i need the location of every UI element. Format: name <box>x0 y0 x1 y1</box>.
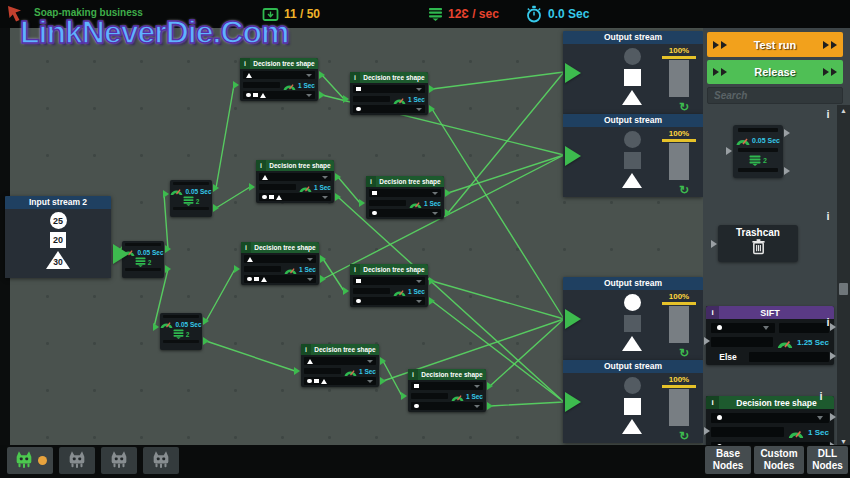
palette-timer-node[interactable]: 0.05 Sec 2 <box>733 125 783 178</box>
info-icon[interactable]: i <box>301 344 311 355</box>
filter-row-top[interactable] <box>353 277 425 285</box>
reset-icon[interactable]: ↻ <box>679 183 689 197</box>
base-nodes-tab[interactable]: Base Nodes <box>705 446 751 474</box>
filter-row-top[interactable] <box>259 173 331 181</box>
filter-row-top[interactable] <box>369 189 441 197</box>
info-icon[interactable]: i <box>822 316 834 328</box>
output-port-icon[interactable] <box>335 173 341 181</box>
output-stream-panel[interactable]: Output stream100%↻ <box>563 31 703 114</box>
output-port-icon[interactable] <box>429 105 435 113</box>
filter-row-top[interactable] <box>244 255 316 263</box>
filter-row-top[interactable] <box>353 85 425 93</box>
reset-icon[interactable]: ↻ <box>679 100 689 114</box>
timer-node[interactable]: 0.05 Sec2 <box>160 313 202 350</box>
output-stream-panel[interactable]: Output stream100%↻ <box>563 360 703 443</box>
output-port-icon[interactable] <box>319 91 325 99</box>
decision-node[interactable]: iDecision tree shape1 Sec <box>408 369 486 412</box>
input-port-icon[interactable] <box>704 427 710 435</box>
output-port-icon[interactable] <box>213 184 219 192</box>
input-port-icon[interactable] <box>343 95 349 103</box>
info-icon[interactable]: i <box>706 396 719 409</box>
output-port-icon[interactable] <box>784 167 790 175</box>
filter-row-bottom[interactable] <box>353 297 425 305</box>
output-stream-play-icon[interactable] <box>565 63 581 83</box>
decision-node[interactable]: iDecision tree shape1 Sec <box>350 264 428 307</box>
output-port-icon[interactable] <box>165 245 171 253</box>
input-port-icon[interactable] <box>234 265 240 273</box>
input-stream-panel[interactable]: Input stream 2 252030 <box>5 196 111 278</box>
info-icon[interactable]: i <box>366 176 376 187</box>
input-port-icon[interactable] <box>163 190 169 198</box>
palette-trashcan-node[interactable]: Trashcan <box>718 225 798 262</box>
output-port-icon[interactable] <box>335 193 341 201</box>
scroll-handle[interactable] <box>839 283 848 295</box>
input-port-icon[interactable] <box>704 337 710 345</box>
info-icon[interactable]: i <box>822 210 834 222</box>
timer-node[interactable]: 0.05 Sec2 <box>170 180 212 217</box>
decision-node[interactable]: iDecision tree shape1 Sec <box>256 160 334 203</box>
session-tab[interactable] <box>143 447 179 474</box>
input-port-icon[interactable] <box>359 199 365 207</box>
input-port-icon[interactable] <box>153 323 159 331</box>
output-port-icon[interactable] <box>429 297 435 305</box>
output-port-icon[interactable] <box>380 357 386 365</box>
output-port-icon[interactable] <box>203 317 209 325</box>
reset-icon[interactable]: ↻ <box>679 346 689 360</box>
release-button[interactable]: Release <box>707 60 843 84</box>
output-port-icon[interactable] <box>830 352 836 360</box>
session-tab[interactable] <box>101 447 137 474</box>
filter-row-bottom[interactable] <box>243 91 315 99</box>
filter-row-bottom[interactable] <box>304 377 376 385</box>
output-port-icon[interactable] <box>320 275 326 283</box>
output-port-icon[interactable] <box>445 209 451 217</box>
decision-node[interactable]: iDecision tree shape1 Sec <box>241 242 319 285</box>
filter-row-bottom[interactable] <box>259 193 331 201</box>
filter-row-top[interactable] <box>304 357 376 365</box>
info-icon[interactable]: i <box>240 58 250 69</box>
output-port-icon[interactable] <box>203 337 209 345</box>
back-arrow-icon[interactable] <box>5 3 27 25</box>
input-port-icon[interactable] <box>294 367 300 375</box>
filter-row-bottom[interactable] <box>369 209 441 217</box>
info-icon[interactable]: i <box>822 108 834 120</box>
decision-node[interactable]: iDecision tree shape1 Sec <box>301 344 379 387</box>
output-port-icon[interactable] <box>487 402 493 410</box>
filter-row-bottom[interactable] <box>411 402 483 410</box>
output-port-icon[interactable] <box>429 277 435 285</box>
output-port-icon[interactable] <box>487 382 493 390</box>
info-icon[interactable]: i <box>350 72 360 83</box>
output-port-icon[interactable] <box>165 265 171 273</box>
else-row[interactable]: Else <box>711 351 829 363</box>
input-port-icon[interactable] <box>726 147 732 155</box>
decision-node[interactable]: iDecision tree shape1 Sec <box>350 72 428 115</box>
filter-row-top[interactable] <box>411 382 483 390</box>
output-port-icon[interactable] <box>380 377 386 385</box>
decision-node[interactable]: iDecision tree shape1 Sec <box>240 58 318 101</box>
info-icon[interactable]: i <box>706 306 719 319</box>
info-icon[interactable]: i <box>241 242 251 253</box>
output-port-icon[interactable] <box>445 189 451 197</box>
output-port-icon[interactable] <box>320 255 326 263</box>
input-port-icon[interactable] <box>401 392 407 400</box>
filter-row[interactable] <box>711 412 829 424</box>
input-port-icon[interactable] <box>233 81 239 89</box>
scroll-down-icon[interactable]: ▼ <box>837 438 850 445</box>
info-icon[interactable]: i <box>815 390 827 402</box>
custom-nodes-tab[interactable]: Custom Nodes <box>754 446 804 474</box>
output-stream-panel[interactable]: Output stream100%↻ <box>563 277 703 360</box>
dll-nodes-tab[interactable]: DLL Nodes <box>807 446 848 474</box>
output-port-icon[interactable] <box>784 129 790 137</box>
output-stream-panel[interactable]: Output stream100%↻ <box>563 114 703 197</box>
info-icon[interactable]: i <box>408 369 418 380</box>
filter-row[interactable] <box>711 322 829 334</box>
filter-row-bottom[interactable] <box>244 275 316 283</box>
output-port-icon[interactable] <box>213 204 219 212</box>
palette-sift-node[interactable]: i SIFT 1.25 Sec Else <box>706 306 834 365</box>
input-stream-play-icon[interactable] <box>113 244 129 264</box>
filter-row-top[interactable] <box>243 71 315 79</box>
reset-icon[interactable]: ↻ <box>679 429 689 443</box>
info-icon[interactable]: i <box>256 160 266 171</box>
palette-scrollbar[interactable]: ▲ ▼ <box>837 105 850 445</box>
output-stream-play-icon[interactable] <box>565 392 581 412</box>
decision-node[interactable]: iDecision tree shape1 Sec <box>366 176 444 219</box>
